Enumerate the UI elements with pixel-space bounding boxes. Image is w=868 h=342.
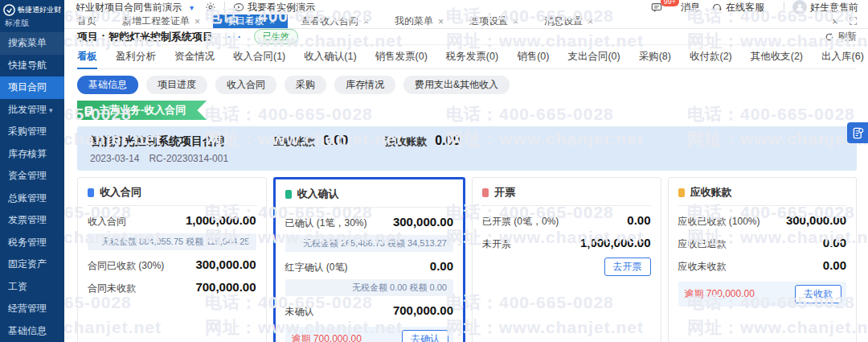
receivable-label: 应收账款 bbox=[273, 134, 315, 149]
prepaid-value: 0.00 bbox=[435, 134, 460, 148]
refresh-button[interactable]: 刷新 bbox=[825, 30, 857, 43]
row-value: 700,000.00 bbox=[393, 303, 453, 317]
edition-label: 标准版 bbox=[0, 17, 64, 32]
tab-sales-invoice[interactable]: 销售发票(0) bbox=[375, 45, 428, 69]
play-demo-icon bbox=[233, 2, 244, 13]
tax-note: 无税金额 884,955.75 税额 115,044.25 bbox=[88, 233, 256, 250]
gear-icon[interactable] bbox=[205, 2, 216, 13]
tab-view-income-contract[interactable]: 查看收入合同× bbox=[288, 14, 382, 28]
tab-payments[interactable]: 收付款(2) bbox=[690, 45, 732, 69]
tab-my-menu[interactable]: 我的菜单× bbox=[382, 14, 457, 28]
sidebar-item-fixed-assets[interactable]: 固定资产 bbox=[0, 253, 64, 276]
sidebar-item-project-contract[interactable]: 项目合同 bbox=[0, 76, 64, 99]
sidebar-item-general-ledger[interactable]: 总账管理 bbox=[0, 187, 64, 210]
tab-purchase[interactable]: 采购(8) bbox=[639, 45, 671, 69]
tab-board[interactable]: 看板 bbox=[77, 45, 97, 69]
prepaid-label: 预收账款 bbox=[385, 134, 427, 149]
sidebar-item-purchase[interactable]: 采购管理 bbox=[0, 121, 64, 143]
tab-other-income-expense[interactable]: 其他收支(2) bbox=[751, 45, 803, 69]
tab-project-board[interactable]: 项目看板× bbox=[213, 14, 288, 28]
card-marker bbox=[88, 188, 94, 197]
section-tabs: 看板 盈利分析 资金情况 收入合同(1) 收入确认(1) 销售发票(0) 税务发… bbox=[77, 45, 857, 69]
close-icon[interactable]: × bbox=[194, 16, 200, 27]
close-all-tabs-icon[interactable]: × bbox=[832, 15, 838, 27]
card-invoice: 开票 已开票 (0笔，0%)0.00 未开票1,000,000.00 去开票 bbox=[472, 177, 661, 342]
pill-project-progress[interactable]: 项目进度 bbox=[146, 76, 207, 94]
tab-tax-invoice[interactable]: 税务发票(0) bbox=[446, 45, 498, 69]
close-icon[interactable]: × bbox=[363, 16, 369, 27]
tab-expense-contract[interactable]: 支出合同(0) bbox=[567, 45, 620, 69]
tab-in-out-warehouse[interactable]: 出入库(6) bbox=[821, 45, 864, 69]
tab-label: 首页 bbox=[77, 14, 96, 28]
pill-purchase[interactable]: 采购 bbox=[285, 76, 326, 94]
support-label: 在线客服 bbox=[726, 1, 764, 14]
close-icon[interactable]: × bbox=[588, 16, 593, 27]
tab-funds-status[interactable]: 资金情况 bbox=[174, 45, 215, 69]
go-collect-button[interactable]: 去收款 bbox=[795, 285, 841, 303]
sidebar-item-basic-info[interactable]: 基础信息 bbox=[0, 320, 64, 342]
pill-basic-info[interactable]: 基础信息 bbox=[77, 76, 138, 94]
pill-income-contract[interactable]: 收入合同 bbox=[215, 76, 276, 94]
tab-label: 新增工程签证单 bbox=[122, 14, 190, 28]
sidebar-item-quick-nav[interactable]: 快捷导航 bbox=[0, 55, 64, 77]
go-confirm-button[interactable]: 去确认 bbox=[402, 330, 448, 342]
brand-logo-icon bbox=[3, 4, 15, 16]
tab-income-confirm[interactable]: 收入确认(1) bbox=[304, 45, 356, 69]
close-icon[interactable]: × bbox=[438, 16, 444, 27]
user-menu[interactable]: 好生意售前 bbox=[792, 0, 858, 14]
row-value: 0.00 bbox=[627, 213, 650, 227]
close-icon[interactable]: × bbox=[513, 16, 518, 27]
row-label: 红字确认 (0笔) bbox=[285, 261, 348, 274]
sidebar-item-operations[interactable]: 经营管理 bbox=[0, 298, 64, 320]
tab-option-settings[interactable]: 选项设置× bbox=[457, 14, 531, 28]
project-header-row: 项目：智能灯光控制系统项目 ··· 已生效 刷新 bbox=[64, 29, 868, 45]
row-value: 700,000.00 bbox=[195, 280, 256, 294]
tab-income-contract[interactable]: 收入合同(1) bbox=[233, 45, 285, 69]
sidebar-item-funds[interactable]: 资金管理 bbox=[0, 165, 64, 187]
sidebar-item-tax[interactable]: 税务管理 bbox=[0, 232, 64, 254]
fullscreen-icon[interactable]: ⛶ bbox=[850, 15, 857, 28]
report-doc-icon bbox=[852, 127, 864, 139]
project-title: 项目：智能灯光控制系统项目 bbox=[77, 30, 213, 44]
pill-expense-other-income[interactable]: 费用支出&其他收入 bbox=[403, 76, 510, 94]
divider bbox=[224, 2, 225, 13]
brand-name: 畅捷通好业财 bbox=[18, 5, 61, 15]
sidebar-item-search-menu[interactable]: 搜索菜单 bbox=[0, 32, 64, 55]
row-value: 1,000,000.00 bbox=[186, 213, 256, 227]
tab-profit-analysis[interactable]: 盈利分析 bbox=[116, 45, 156, 69]
kpi-cards: 收入合同 收入合同1,000,000.00 无税金额 884,955.75 税额… bbox=[77, 177, 857, 342]
sidebar-item-label: 批发管理 bbox=[8, 104, 47, 115]
tab-label: 消息设置 bbox=[544, 14, 583, 28]
support-button[interactable]: 在线客服 bbox=[711, 1, 764, 14]
close-icon[interactable]: × bbox=[269, 16, 275, 27]
go-invoice-button[interactable]: 去开票 bbox=[604, 258, 651, 276]
row-label: 未开票 bbox=[482, 237, 511, 251]
row-label: 应收未收款 bbox=[678, 260, 727, 274]
sidebar-item-invoice-mgmt[interactable]: 发票管理 bbox=[0, 209, 64, 232]
top-bar: 好业财项目合同售前演示 ▾ 我要看实例演示 99+ 消息 bbox=[64, 0, 868, 14]
tab-sales[interactable]: 销售(0) bbox=[517, 45, 549, 69]
workspace-selector[interactable]: 好业财项目合同售前演示 ▾ bbox=[76, 1, 194, 14]
contract-summary-panel: 智能灯光控制系统项目合同 应收账款 0.00 预收账款 0.00 2023-03… bbox=[77, 126, 857, 171]
pill-inventory-status[interactable]: 库存情况 bbox=[334, 76, 395, 94]
tab-bar: 首页 新增工程签证单× 项目看板× 查看收入合同× 我的菜单× 选项设置× 消息… bbox=[64, 14, 868, 29]
tab-message-settings[interactable]: 消息设置× bbox=[531, 14, 606, 28]
document-icon bbox=[84, 105, 94, 116]
tab-home[interactable]: 首页 bbox=[64, 14, 109, 28]
row-value: 0.00 bbox=[823, 258, 846, 272]
sidebar-item-payroll[interactable]: 工资 bbox=[0, 276, 64, 299]
window-controls: × ⛶ bbox=[832, 14, 868, 28]
more-options-icon[interactable]: ··· bbox=[227, 31, 243, 43]
sidebar-item-inventory[interactable]: 库存核算 bbox=[0, 143, 64, 166]
quick-report-button[interactable] bbox=[847, 122, 868, 143]
row-label: 应收已退款 bbox=[678, 237, 727, 251]
card-title-label: 收入确认 bbox=[297, 187, 339, 201]
messages-button[interactable]: 99+ 消息 bbox=[651, 1, 700, 14]
sidebar-item-wholesale[interactable]: 批发管理▾ bbox=[0, 99, 64, 122]
card-receivable: 应收账款 应收已收款 (100%)300,000.00 应收已退款0.00 应收… bbox=[668, 177, 858, 342]
demo-link[interactable]: 我要看实例演示 bbox=[233, 1, 315, 14]
tab-new-signing-order[interactable]: 新增工程签证单× bbox=[109, 14, 213, 28]
sidebar-nav: 搜索菜单 快捷导航 项目合同 批发管理▾ 采购管理 库存核算 资金管理 总账管理… bbox=[0, 32, 64, 342]
tab-label: 查看收入合同 bbox=[301, 14, 358, 28]
content-area: 看板 盈利分析 资金情况 收入合同(1) 收入确认(1) 销售发票(0) 税务发… bbox=[64, 45, 868, 342]
